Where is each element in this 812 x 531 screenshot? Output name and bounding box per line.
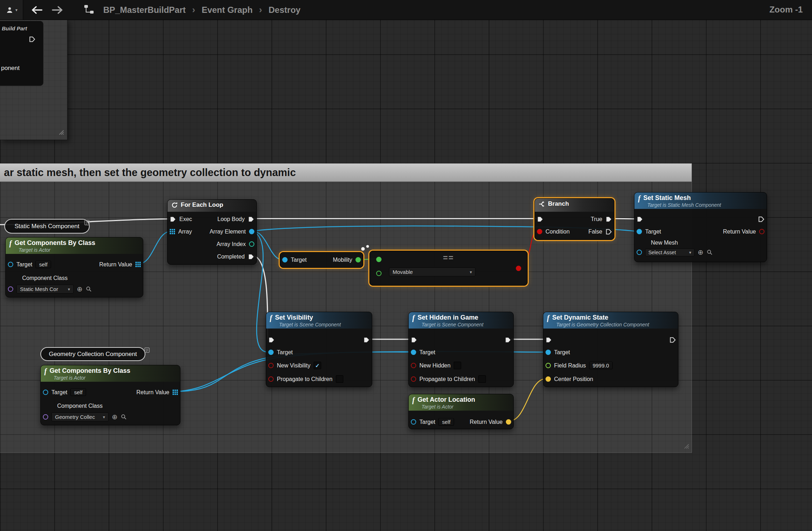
exec-pin[interactable]: [637, 216, 643, 222]
condition-pin[interactable]: [537, 229, 542, 234]
overlay-resize-grip[interactable]: [58, 129, 64, 137]
function-icon: f: [270, 314, 272, 321]
pin-row-exec: [537, 213, 543, 225]
pin-row-return: Return Value: [470, 416, 511, 428]
center-position-pin[interactable]: [546, 376, 551, 382]
new-visibility-checkbox[interactable]: ✓: [314, 362, 321, 369]
new-mesh-label: New Mesh: [651, 240, 678, 246]
comment-header[interactable]: ar static mesh, then set the geometry co…: [0, 164, 692, 182]
variable-pill-geometry-collection-component[interactable]: Geometry Collection Component: [40, 347, 145, 361]
propagate-checkbox[interactable]: [336, 375, 343, 383]
exec-pin[interactable]: [546, 337, 552, 343]
back-button[interactable]: [31, 6, 43, 14]
array-index-pin[interactable]: [249, 241, 254, 247]
array-pin[interactable]: [170, 229, 175, 234]
exec-pin[interactable]: [248, 254, 254, 260]
node-for-each-loop[interactable]: For Each Loop Exec Array Loop Body Array…: [167, 199, 257, 265]
result-pin[interactable]: [516, 266, 521, 271]
node-get-actor-location[interactable]: f Get Actor Location Target is Actor Tar…: [408, 394, 514, 429]
pin-row-array: Array: [170, 225, 192, 238]
node-equal-enum[interactable]: == Movable ▾: [369, 251, 528, 286]
node-get-components-by-class-2[interactable]: f Get Components By Class Target is Acto…: [40, 365, 180, 425]
target-default-value[interactable]: self: [70, 389, 86, 396]
input-a-pin[interactable]: [376, 257, 382, 262]
input-b-pin[interactable]: [376, 271, 382, 276]
add-icon[interactable]: ⊕: [112, 413, 118, 421]
target-default-value[interactable]: self: [438, 418, 454, 426]
overlay-pin-label: ponent: [1, 65, 20, 72]
target-pin[interactable]: [411, 419, 416, 425]
debug-object-selector[interactable]: ▾: [0, 0, 23, 20]
array-return-pin[interactable]: [135, 262, 141, 267]
target-pin[interactable]: [43, 390, 48, 395]
overlay-node-fragment[interactable]: Build Part ponent: [0, 21, 44, 86]
class-pin[interactable]: [8, 286, 13, 292]
new-hidden-checkbox[interactable]: [454, 362, 461, 369]
breadcrumb-blueprint[interactable]: BP_MasterBuildPart: [103, 5, 186, 15]
breadcrumb-destroy[interactable]: Destroy: [269, 5, 300, 15]
new-hidden-pin[interactable]: [411, 363, 416, 368]
target-default-value[interactable]: self: [35, 261, 51, 268]
target-pin[interactable]: [546, 350, 551, 355]
overlay-window[interactable]: Build Part ponent: [0, 20, 68, 140]
node-set-dynamic-state[interactable]: f Set Dynamic State Target is Geometry C…: [543, 312, 678, 387]
target-pin[interactable]: [268, 350, 274, 355]
exec-pin[interactable]: [669, 337, 676, 343]
exec-pin[interactable]: [411, 337, 417, 343]
new-mesh-pin[interactable]: [637, 250, 642, 255]
class-dropdown[interactable]: Geometry Collec ▾: [51, 412, 109, 421]
exec-pin[interactable]: [758, 216, 764, 222]
add-icon[interactable]: ⊕: [698, 248, 703, 256]
pin-label: Return Value: [99, 261, 132, 268]
field-radius-value[interactable]: 9999.0: [589, 362, 613, 369]
exec-pin[interactable]: [606, 229, 612, 235]
node-get-components-by-class-1[interactable]: f Get Components By Class Target is Acto…: [5, 237, 143, 297]
propagate-checkbox[interactable]: [478, 375, 486, 383]
search-icon[interactable]: [707, 249, 713, 255]
exec-pin[interactable]: [606, 216, 612, 222]
new-visibility-pin[interactable]: [268, 363, 274, 368]
search-icon[interactable]: [86, 286, 92, 292]
array-return-pin[interactable]: [173, 390, 178, 395]
enum-value-dropdown[interactable]: Movable ▾: [389, 267, 475, 276]
node-set-static-mesh[interactable]: f Set Static Mesh Target is Static Mesh …: [634, 192, 767, 262]
pin-row-loop-body: Loop Body: [217, 213, 254, 225]
bookmark-icon[interactable]: [84, 220, 90, 227]
class-dropdown[interactable]: Static Mesh Cor ▾: [16, 285, 74, 294]
propagate-pin[interactable]: [268, 376, 274, 382]
exec-pin[interactable]: [170, 216, 176, 222]
node-get-mobility[interactable]: Target Mobility: [280, 252, 363, 268]
exec-pin[interactable]: [537, 216, 543, 222]
forward-button[interactable]: [51, 6, 63, 14]
node-set-visibility[interactable]: f Set Visibility Target is Scene Compone…: [266, 312, 372, 387]
exec-pin[interactable]: [29, 36, 35, 42]
propagate-pin[interactable]: [411, 376, 416, 382]
exec-pin[interactable]: [268, 337, 275, 343]
node-branch[interactable]: Branch Condition True False: [534, 198, 614, 240]
pin-label: Return Value: [470, 419, 503, 425]
comment-resize-grip[interactable]: [683, 443, 689, 451]
pin-row-propagate: Propagate to Children: [411, 373, 486, 385]
exec-pin[interactable]: [505, 337, 511, 343]
exec-pin[interactable]: [363, 337, 370, 343]
field-radius-pin[interactable]: [546, 363, 551, 368]
exec-pin[interactable]: [248, 216, 254, 222]
array-element-pin[interactable]: [249, 229, 254, 234]
target-pin[interactable]: [282, 257, 288, 262]
search-icon[interactable]: [121, 414, 127, 420]
mobility-pin[interactable]: [355, 257, 361, 262]
bookmark-icon[interactable]: [144, 347, 150, 354]
graph-canvas[interactable]: ar static mesh, then set the geometry co…: [0, 0, 812, 531]
target-pin[interactable]: [8, 262, 13, 267]
node-set-hidden-in-game[interactable]: f Set Hidden in Game Target is Scene Com…: [408, 312, 514, 387]
target-pin[interactable]: [637, 229, 642, 234]
breadcrumb-event-graph[interactable]: Event Graph: [201, 5, 253, 15]
target-pin[interactable]: [411, 350, 416, 355]
variable-pill-static-mesh-component[interactable]: Static Mesh Component: [4, 219, 90, 234]
return-pin[interactable]: [759, 229, 764, 234]
asset-dropdown[interactable]: Select Asset ▾: [645, 249, 694, 256]
class-pin[interactable]: [43, 414, 48, 420]
return-pin[interactable]: [506, 419, 511, 425]
pin-row-target: Target: [637, 225, 661, 238]
add-icon[interactable]: ⊕: [77, 285, 83, 293]
